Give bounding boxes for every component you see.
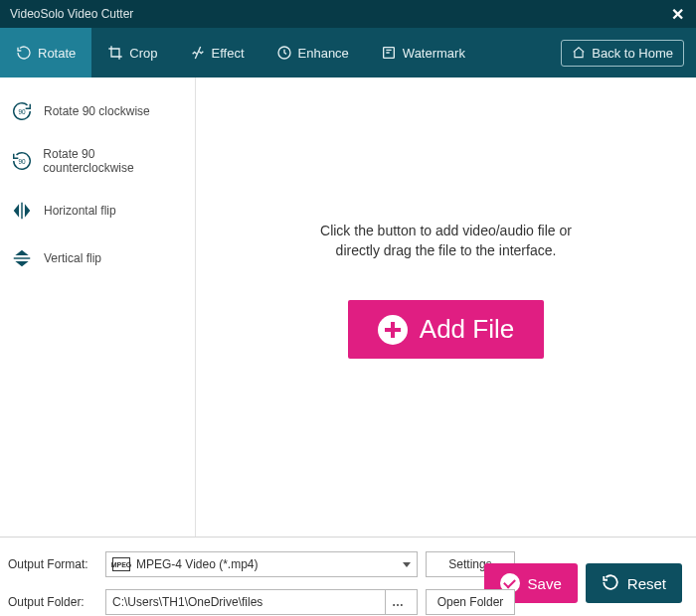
content: 90 Rotate 90 clockwise 90 Rotate 90 coun… [0,77,696,537]
tab-rotate[interactable]: Rotate [0,28,91,77]
sidebar-item-vflip[interactable]: Vertical flip [0,234,195,282]
sidebar-item-label: Vertical flip [44,251,101,265]
close-icon[interactable]: ✕ [667,5,688,24]
bottom-bar: Output Format: MPEG MPEG-4 Video (*.mp4)… [0,537,696,616]
tab-label: Watermark [403,46,465,61]
svg-text:90: 90 [18,158,26,165]
sidebar: 90 Rotate 90 clockwise 90 Rotate 90 coun… [0,77,196,537]
hint-line2: directly drag the file to the interface. [320,241,572,261]
rotate-ccw-icon: 90 [10,149,33,173]
sidebar-item-rotate-ccw[interactable]: 90 Rotate 90 counterclockwise [0,135,195,187]
tab-label: Crop [129,46,157,61]
sidebar-item-label: Rotate 90 counterclockwise [43,147,185,175]
hint-line1: Click the button to add video/audio file… [320,222,572,241]
reset-icon [602,573,619,594]
reset-button[interactable]: Reset [586,563,682,603]
svg-text:90: 90 [18,108,26,115]
tabbar: Rotate Crop Effect Enhance W [0,28,696,77]
drop-hint: Click the button to add video/audio file… [320,222,572,260]
tab-effect[interactable]: Effect [174,28,261,77]
tab-label: Effect [212,46,245,61]
vertical-flip-icon [10,246,34,270]
plus-icon [378,315,408,345]
reset-label: Reset [627,575,666,592]
tab-label: Rotate [38,46,76,61]
browse-folder-button[interactable]: … [385,590,411,614]
save-label: Save [528,575,562,592]
tab-watermark[interactable]: Watermark [365,28,481,77]
titlebar: VideoSolo Video Cutter ✕ [0,0,696,28]
rotate-icon [16,45,32,61]
watermark-icon [381,45,397,61]
horizontal-flip-icon [10,199,34,223]
effect-icon [190,45,206,61]
main-panel: Click the button to add video/audio file… [196,77,696,537]
crop-icon [107,45,123,61]
output-format-label: Output Format: [8,557,97,571]
home-icon [572,46,586,60]
back-to-home-label: Back to Home [592,46,673,61]
output-folder-label: Output Folder: [8,595,97,609]
output-format-select[interactable]: MPEG MPEG-4 Video (*.mp4) [105,551,418,577]
sidebar-item-label: Horizontal flip [44,204,116,218]
add-file-label: Add File [420,314,514,345]
sidebar-item-rotate-cw[interactable]: 90 Rotate 90 clockwise [0,87,195,135]
chevron-down-icon [403,562,411,567]
sidebar-item-label: Rotate 90 clockwise [44,104,150,118]
back-to-home-button[interactable]: Back to Home [561,40,684,67]
sidebar-item-hflip[interactable]: Horizontal flip [0,187,195,234]
add-file-button[interactable]: Add File [348,300,544,359]
tab-crop[interactable]: Crop [91,28,173,77]
app-title: VideoSolo Video Cutter [10,7,133,21]
enhance-icon [276,45,292,61]
tab-enhance[interactable]: Enhance [261,28,365,77]
output-folder-value: C:\Users\TH1\OneDrive\files [112,595,262,609]
rotate-cw-icon: 90 [10,99,34,123]
open-folder-button[interactable]: Open Folder [426,589,515,615]
mpeg-badge-icon: MPEG [112,557,130,571]
tab-label: Enhance [298,46,349,61]
output-folder-field[interactable]: C:\Users\TH1\OneDrive\files … [105,589,418,615]
output-format-value: MPEG-4 Video (*.mp4) [136,557,259,571]
